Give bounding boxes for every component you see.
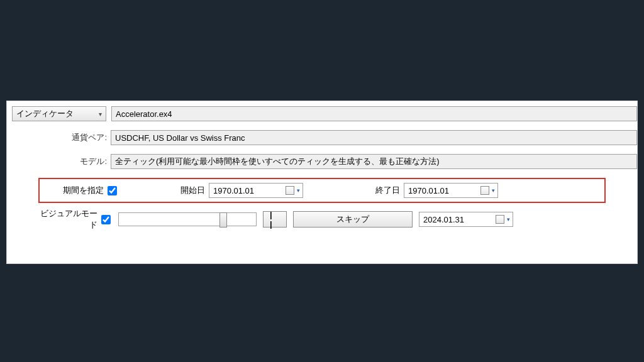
model-value: 全ティック(利用可能な最小時間枠を使いすべてのティックを生成する、最も正確な方法… xyxy=(115,156,440,167)
skip-button[interactable]: スキップ xyxy=(293,211,413,228)
chevron-down-icon: ▾ xyxy=(94,111,102,118)
pause-button[interactable]: | | xyxy=(263,211,287,228)
speed-slider[interactable] xyxy=(118,212,257,226)
chevron-down-icon: ▾ xyxy=(507,216,510,222)
visual-mode-row: ビジュアルモード | | スキップ 2024.01.31 ▾ xyxy=(38,208,606,231)
end-date-picker[interactable]: 1970.01.01 ▾ xyxy=(404,183,498,198)
end-date-label: 終了日 xyxy=(372,185,404,196)
start-date-value: 1970.01.01 xyxy=(213,186,286,195)
slider-thumb[interactable] xyxy=(219,212,227,228)
date-range-highlight: 期間を指定 開始日 1970.01.01 ▾ 終了日 1970.01.01 ▾ xyxy=(38,178,606,203)
skip-to-date-picker[interactable]: 2024.01.31 ▾ xyxy=(419,212,513,227)
end-date-value: 1970.01.01 xyxy=(408,186,480,195)
period-label: 期間を指定 xyxy=(45,185,108,196)
visual-mode-checkbox[interactable] xyxy=(101,215,111,224)
indicator-type-label: インディケータ xyxy=(16,108,74,119)
start-date-label: 開始日 xyxy=(177,185,209,196)
pair-select[interactable]: USDCHF, US Dollar vs Swiss Franc xyxy=(111,130,637,145)
chevron-down-icon: ▾ xyxy=(492,187,495,194)
indicator-type-select[interactable]: インディケータ ▾ xyxy=(12,106,106,121)
calendar-icon xyxy=(286,186,294,195)
calendar-icon xyxy=(496,215,504,224)
pause-icon: | | xyxy=(270,210,280,229)
period-checkbox[interactable] xyxy=(108,186,117,195)
indicator-row: インディケータ ▾ Accelerator.ex4 xyxy=(7,104,637,124)
start-date-picker[interactable]: 1970.01.01 ▾ xyxy=(209,183,303,198)
model-row: モデル: 全ティック(利用可能な最小時間枠を使いすべてのティックを生成する、最も… xyxy=(7,151,637,172)
chevron-down-icon: ▾ xyxy=(297,187,300,194)
model-label: モデル: xyxy=(7,156,111,167)
skip-to-date-value: 2024.01.31 xyxy=(423,215,496,224)
model-select[interactable]: 全ティック(利用可能な最小時間枠を使いすべてのティックを生成する、最も正確な方法… xyxy=(111,154,637,169)
pair-label: 通貨ペア: xyxy=(7,132,111,143)
tester-panel: インディケータ ▾ Accelerator.ex4 通貨ペア: USDCHF, … xyxy=(6,101,638,264)
indicator-file-field[interactable]: Accelerator.ex4 xyxy=(111,106,637,121)
skip-label: スキップ xyxy=(336,214,369,225)
pair-row: 通貨ペア: USDCHF, US Dollar vs Swiss Franc xyxy=(7,128,637,148)
visual-mode-label: ビジュアルモード xyxy=(38,208,101,231)
pair-value: USDCHF, US Dollar vs Swiss Franc xyxy=(115,133,245,143)
calendar-icon xyxy=(480,186,489,195)
indicator-file-value: Accelerator.ex4 xyxy=(116,109,172,119)
